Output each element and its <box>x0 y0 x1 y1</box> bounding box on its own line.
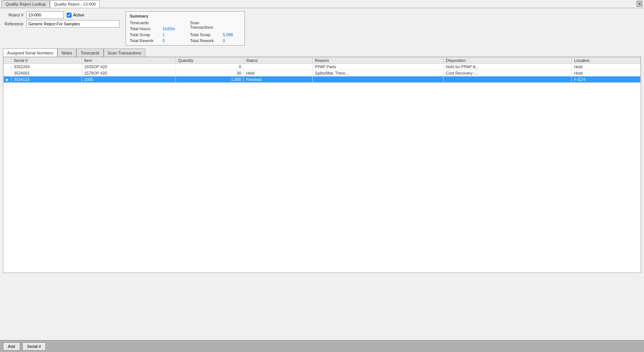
col-disposition: Disposition <box>443 57 572 64</box>
row-indicator: ▶ <box>4 76 12 83</box>
tab-notes[interactable]: Notes <box>57 48 76 57</box>
tab-quality-reject-13000[interactable]: Quality Reject - 13-000 <box>50 0 100 8</box>
add-button[interactable]: Add <box>3 342 20 351</box>
total-scrap-value2: 5,098 <box>223 32 233 37</box>
timecards-header-row: Timecards <box>130 21 175 25</box>
form-summary-section: Reject # Active Reference Summary Timeca… <box>3 11 641 45</box>
scan-transactions-header: Scan Transactions <box>190 21 233 29</box>
cell-item: 1005 <box>82 76 176 83</box>
cell-status: Finished <box>244 76 313 83</box>
cell-reason: PPAP Parts <box>312 64 443 70</box>
cell-reason <box>312 76 443 83</box>
cell-reason: Splits/Mat. Thinn... <box>312 70 443 76</box>
total-rework-right-row: Total Rework 0 <box>190 38 233 43</box>
cell-disposition <box>443 76 572 83</box>
row-indicator <box>4 64 12 70</box>
bottom-bar: Add Serial # <box>0 340 644 352</box>
cell-status <box>244 64 313 70</box>
cell-serial: 3524001 <box>12 70 82 76</box>
cell-location: Hold <box>572 64 641 70</box>
cell-location: F-E24 <box>572 76 641 83</box>
cell-quantity: 30 <box>176 70 243 76</box>
total-rework-value1: 0 <box>162 38 165 43</box>
tabs-header: Assigned Serial Numbers Notes Timecards … <box>3 48 641 57</box>
tab-scan-transactions[interactable]: Scan Transactions <box>104 48 146 57</box>
tab-assigned-serial-numbers[interactable]: Assigned Serial Numbers <box>3 48 57 57</box>
tabs-container: Assigned Serial Numbers Notes Timecards … <box>3 48 641 273</box>
total-hours-row: Total Hours 1h20m <box>130 26 175 31</box>
col-item: Item <box>82 57 176 64</box>
col-indicator <box>4 57 12 64</box>
table-row[interactable]: 35240011579OP #2030HeldSplits/Mat. Thinn… <box>4 70 641 76</box>
summary-columns: Timecards Total Hours 1h20m Total Scrap … <box>130 21 241 43</box>
reference-label: Reference <box>3 22 23 26</box>
cell-item: 1933OP #20 <box>82 64 176 70</box>
table-row[interactable]: ▶352411510051,800FinishedF-E24 <box>4 76 641 83</box>
total-rework-left-row: Total Rework 0 <box>130 38 175 43</box>
summary-title: Summary <box>130 14 241 18</box>
title-bar: Quality Reject Lookup Quality Reject - 1… <box>0 0 644 8</box>
total-scrap-left-row: Total Scrap 1 <box>130 32 175 37</box>
total-rework-label2: Total Rework <box>190 38 220 43</box>
total-scrap-right-row: Total Scrap 5,098 <box>190 32 233 37</box>
timecards-label: Timecards <box>130 21 160 25</box>
active-label: Active <box>73 13 84 17</box>
serial-numbers-table: Serial # Item Quantity Status Reason Dis… <box>3 57 641 83</box>
col-quantity: Quantity <box>176 57 243 64</box>
row-indicator <box>4 70 12 76</box>
reject-label: Reject # <box>3 13 23 17</box>
total-scrap-label2: Total Scrap <box>190 32 220 37</box>
reject-input[interactable] <box>26 11 64 19</box>
cell-status: Held <box>244 70 313 76</box>
reject-row: Reject # Active <box>3 11 120 19</box>
cell-serial: 3352264 <box>12 64 82 70</box>
summary-scan-col: Scan Transactions Total Scrap 5,098 Tota… <box>190 21 233 43</box>
close-button[interactable]: × <box>637 1 643 7</box>
summary-timecards-col: Timecards Total Hours 1h20m Total Scrap … <box>130 21 175 43</box>
col-serial: Serial # <box>12 57 82 64</box>
serial-button[interactable]: Serial # <box>22 342 46 351</box>
cell-disposition: Hold for PPAP A... <box>443 64 572 70</box>
main-content: Reject # Active Reference Summary Timeca… <box>0 8 644 340</box>
form-fields: Reject # Active Reference <box>3 11 120 45</box>
reference-input[interactable] <box>26 20 120 28</box>
active-checkbox-label: Active <box>67 13 84 18</box>
col-location: Location <box>572 57 641 64</box>
table-header-row: Serial # Item Quantity Status Reason Dis… <box>4 57 641 64</box>
scan-transactions-label: Scan Transactions <box>190 21 220 29</box>
col-reason: Reason <box>312 57 443 64</box>
cell-serial: 3524115 <box>12 76 82 83</box>
total-scrap-label1: Total Scrap <box>130 32 160 37</box>
tab-quality-reject-lookup[interactable]: Quality Reject Lookup <box>1 0 50 8</box>
reference-row: Reference <box>3 20 120 28</box>
table-row[interactable]: 33522641933OP #200PPAP PartsHold for PPA… <box>4 64 641 70</box>
cell-location: Hold <box>572 70 641 76</box>
total-hours-label: Total Hours <box>130 26 160 31</box>
cell-disposition: Cost Recovery -... <box>443 70 572 76</box>
total-rework-label1: Total Rework <box>130 38 160 43</box>
total-scrap-value1: 1 <box>162 32 165 37</box>
cell-quantity: 1,800 <box>176 76 243 83</box>
cell-item: 1579OP #20 <box>82 70 176 76</box>
table-body: 33522641933OP #200PPAP PartsHold for PPA… <box>4 64 641 83</box>
col-status: Status <box>244 57 313 64</box>
table-container: Serial # Item Quantity Status Reason Dis… <box>3 57 641 273</box>
summary-box: Summary Timecards Total Hours 1h20m Tota… <box>126 11 245 45</box>
total-rework-value2: 0 <box>223 38 225 43</box>
tab-timecards[interactable]: Timecards <box>76 48 104 57</box>
total-hours-value: 1h20m <box>162 26 175 31</box>
cell-quantity: 0 <box>176 64 243 70</box>
active-checkbox[interactable] <box>67 13 72 18</box>
